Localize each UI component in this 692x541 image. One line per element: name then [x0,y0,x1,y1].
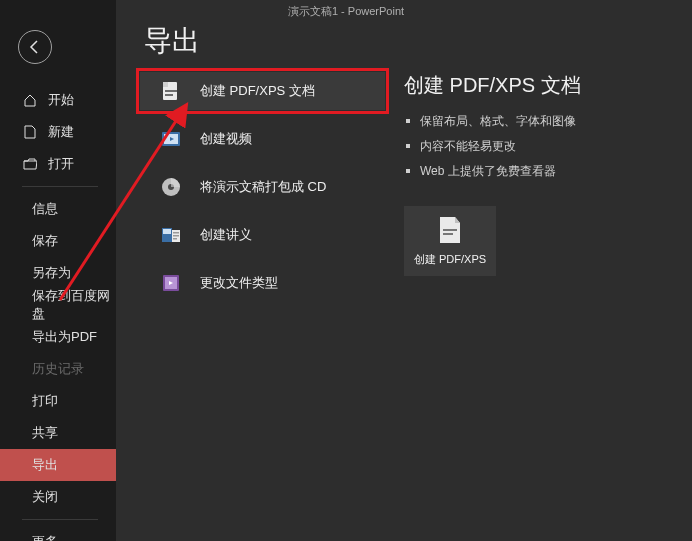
svg-rect-12 [173,235,179,237]
export-option-handouts[interactable]: 创建讲义 [140,216,385,254]
export-option-label: 更改文件类型 [200,274,278,292]
export-option-pdf-xps[interactable]: 创建 PDF/XPS 文档 [140,72,385,110]
export-option-label: 将演示文稿打包成 CD [200,178,326,196]
sidebar-item-history[interactable]: 历史记录 [0,353,116,385]
back-button[interactable] [18,30,52,64]
sidebar-item-saveas[interactable]: 另存为 [0,257,116,289]
export-option-changetype[interactable]: 更改文件类型 [140,264,385,302]
sidebar-item-save[interactable]: 保存 [0,225,116,257]
sidebar-item-open[interactable]: 打开 [0,148,116,180]
svg-rect-1 [163,82,168,87]
svg-rect-11 [173,232,179,234]
detail-title: 创建 PDF/XPS 文档 [404,72,684,99]
export-option-list: 创建 PDF/XPS 文档 创建视频 将演示文稿打包成 CD 创建讲义 更改文件 [140,72,385,312]
sidebar-item-label: 新建 [48,123,74,141]
change-type-icon [160,272,182,294]
export-option-label: 创建 PDF/XPS 文档 [200,82,315,100]
pdf-xps-icon [160,80,182,102]
divider [22,519,98,520]
pdf-file-icon [437,215,463,245]
sidebar-item-print[interactable]: 打印 [0,385,116,417]
create-pdf-xps-button[interactable]: 创建 PDF/XPS [404,206,496,276]
sidebar-item-export[interactable]: 导出 [0,449,116,481]
export-option-label: 创建讲义 [200,226,252,244]
handouts-icon [160,224,182,246]
sidebar-item-home[interactable]: 开始 [0,84,116,116]
export-option-video[interactable]: 创建视频 [140,120,385,158]
svg-rect-16 [443,229,457,231]
sidebar-item-close[interactable]: 关闭 [0,481,116,513]
sidebar-item-export-pdf[interactable]: 导出为PDF [0,321,116,353]
svg-rect-17 [443,233,453,235]
cd-icon [160,176,182,198]
svg-rect-3 [165,94,173,96]
backstage-sidebar: 开始 新建 打开 信息 保存 另存为 保存到百度网盘 导出为PDF 历史记录 打… [0,0,116,541]
sidebar-item-more[interactable]: 更多... [0,526,116,541]
detail-bullet: 内容不能轻易更改 [404,138,684,155]
sidebar-item-share[interactable]: 共享 [0,417,116,449]
svg-rect-2 [165,90,177,92]
home-icon [22,93,38,107]
content-area: 导出 创建 PDF/XPS 文档 创建视频 将演示文稿打包成 CD 创 [116,0,692,541]
create-pdf-xps-label: 创建 PDF/XPS [414,252,486,267]
new-icon [22,125,38,139]
divider [22,186,98,187]
sidebar-item-info[interactable]: 信息 [0,193,116,225]
detail-bullet: Web 上提供了免费查看器 [404,163,684,180]
detail-bullet: 保留布局、格式、字体和图像 [404,113,684,130]
video-icon [160,128,182,150]
export-option-cd[interactable]: 将演示文稿打包成 CD [140,168,385,206]
sidebar-item-label: 开始 [48,91,74,109]
open-icon [22,158,38,170]
sidebar-item-save-baidu[interactable]: 保存到百度网盘 [0,289,116,321]
page-title: 导出 [116,0,692,78]
svg-rect-9 [163,229,171,234]
sidebar-item-label: 打开 [48,155,74,173]
detail-bullet-list: 保留布局、格式、字体和图像 内容不能轻易更改 Web 上提供了免费查看器 [404,113,684,180]
svg-rect-13 [173,238,177,240]
export-option-label: 创建视频 [200,130,252,148]
back-arrow-icon [28,40,42,54]
export-detail-panel: 创建 PDF/XPS 文档 保留布局、格式、字体和图像 内容不能轻易更改 Web… [404,72,684,276]
sidebar-item-new[interactable]: 新建 [0,116,116,148]
